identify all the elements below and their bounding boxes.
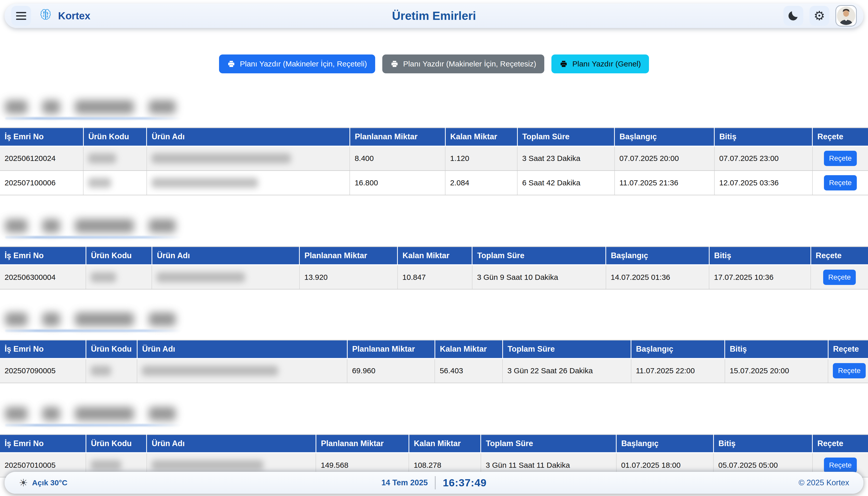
print-recetesiz-button[interactable]: Planı Yazdır (Makineler İçin, Reçetesiz)	[382, 55, 544, 73]
cell-urun-kodu-redacted	[83, 146, 147, 171]
cell-kalan-miktar: 1.120	[445, 146, 517, 171]
heading-underline	[5, 424, 181, 427]
col-is-emri-no: İş Emri No	[0, 128, 83, 146]
col-bitis: Bitiş	[709, 247, 811, 265]
recete-button[interactable]: Reçete	[823, 270, 856, 285]
redacted-text	[42, 100, 60, 114]
redacted-text	[152, 178, 258, 188]
cell-is-emri-no: 202507090005	[0, 358, 86, 383]
machine-name-redacted	[5, 218, 868, 238]
redacted-text	[149, 312, 176, 326]
dark-mode-button[interactable]	[784, 6, 803, 26]
print-genel-label: Planı Yazdır (Genel)	[572, 60, 641, 68]
recete-button[interactable]: Reçete	[824, 458, 857, 473]
heading-underline	[5, 329, 181, 332]
cell-kalan-miktar: 10.847	[398, 265, 472, 289]
recete-button[interactable]: Reçete	[824, 175, 857, 190]
machine-name-redacted	[5, 311, 868, 332]
orders-table-2: İş Emri No Ürün Kodu Ürün Adı Planlanan …	[0, 246, 868, 290]
hamburger-icon	[16, 12, 26, 20]
col-toplam-sure: Toplam Süre	[517, 128, 615, 146]
redacted-text	[91, 272, 116, 282]
table-row: 202507100006 16.800 2.084 6 Saat 42 Daki…	[0, 171, 868, 195]
print-receteli-label: Planı Yazdır (Makineler İçin, Reçeteli)	[240, 60, 367, 68]
col-recete: Reçete	[828, 340, 868, 358]
col-bitis: Bitiş	[725, 340, 828, 358]
redacted-text	[157, 272, 245, 282]
cell-urun-adi-redacted	[147, 146, 350, 171]
col-baslangic: Başlangıç	[606, 247, 709, 265]
redacted-text	[42, 219, 60, 233]
menu-button[interactable]	[11, 6, 31, 26]
user-avatar[interactable]	[835, 5, 857, 27]
weather-text: Açık 30°C	[32, 478, 67, 487]
current-date: 14 Tem 2025	[381, 478, 428, 487]
col-urun-adi: Ürün Adı	[147, 128, 350, 146]
col-toplam-sure: Toplam Süre	[502, 340, 631, 358]
cell-baslangic: 11.07.2025 21:36	[615, 171, 714, 195]
heading-underline	[5, 117, 181, 120]
col-kalan-miktar: Kalan Miktar	[409, 434, 481, 453]
redacted-text	[75, 100, 134, 114]
redacted-text	[5, 312, 28, 326]
cell-bitis: 07.07.2025 23:00	[714, 146, 812, 171]
settings-button[interactable]: ⚙	[809, 6, 829, 26]
col-bitis: Bitiş	[714, 128, 812, 146]
cell-toplam-sure: 3 Saat 23 Dakika	[517, 146, 615, 171]
cell-bitis: 12.07.2025 03:36	[714, 171, 812, 195]
col-kalan-miktar: Kalan Miktar	[398, 247, 472, 265]
col-baslangic: Başlangıç	[615, 128, 714, 146]
cell-toplam-sure: 3 Gün 22 Saat 26 Dakika	[502, 358, 631, 383]
col-toplam-sure: Toplam Süre	[481, 434, 616, 453]
heading-underline	[5, 236, 181, 238]
redacted-text	[5, 219, 28, 233]
cell-urun-kodu-redacted	[86, 358, 137, 383]
table-row: 202506300004 13.920 10.847 3 Gün 9 Saat …	[0, 265, 868, 289]
redacted-text	[5, 100, 28, 114]
col-is-emri-no: İş Emri No	[0, 340, 86, 358]
gear-icon: ⚙	[814, 10, 825, 22]
status-bar: ☀ Açık 30°C 14 Tem 2025 16:37:49 © 2025 …	[4, 472, 864, 494]
print-recetesiz-label: Planı Yazdır (Makineler İçin, Reçetesiz)	[403, 60, 536, 68]
cell-urun-adi-redacted	[147, 171, 350, 195]
page-title: Üretim Emirleri	[392, 9, 476, 23]
cell-baslangic: 11.07.2025 22:00	[631, 358, 725, 383]
cell-is-emri-no: 202506120024	[0, 146, 83, 171]
col-recete: Reçete	[812, 434, 868, 453]
print-genel-button[interactable]: Planı Yazdır (Genel)	[552, 55, 649, 73]
cell-planlanan-miktar: 13.920	[299, 265, 398, 289]
cell-urun-adi-redacted	[137, 358, 347, 383]
top-bar: Kortex Üretim Emirleri ⚙	[4, 3, 864, 28]
machine-section-4: İş Emri No Ürün Kodu Ürün Adı Planlanan …	[0, 406, 868, 478]
table-header-row: İş Emri No Ürün Kodu Ürün Adı Planlanan …	[0, 128, 868, 146]
moon-icon	[787, 10, 800, 22]
redacted-text	[149, 219, 176, 233]
redacted-text	[149, 100, 176, 114]
divider	[435, 476, 436, 490]
table-header-row: İş Emri No Ürün Kodu Ürün Adı Planlanan …	[0, 247, 868, 265]
col-urun-kodu: Ürün Kodu	[86, 247, 152, 265]
recete-button[interactable]: Reçete	[833, 363, 866, 378]
orders-table-4: İş Emri No Ürün Kodu Ürün Adı Planlanan …	[0, 434, 868, 478]
brain-logo-icon	[38, 7, 53, 24]
machine-name-redacted	[5, 99, 868, 120]
table-row: 202507090005 69.960 56.403 3 Gün 22 Saat…	[0, 358, 868, 383]
cell-toplam-sure: 6 Saat 42 Dakika	[517, 171, 615, 195]
recete-button[interactable]: Reçete	[824, 151, 857, 166]
weather-widget: ☀ Açık 30°C	[19, 478, 67, 488]
cell-is-emri-no: 202507100006	[0, 171, 83, 195]
cell-baslangic: 14.07.2025 01:36	[606, 265, 709, 289]
redacted-text	[88, 178, 111, 188]
clock: 16:37:49	[443, 477, 487, 489]
printer-icon	[227, 60, 235, 68]
brand-name: Kortex	[58, 10, 90, 22]
cell-is-emri-no: 202506300004	[0, 265, 86, 289]
cell-planlanan-miktar: 16.800	[350, 171, 445, 195]
redacted-text	[149, 407, 176, 421]
printer-icon	[560, 60, 568, 68]
sun-icon: ☀	[19, 478, 28, 488]
print-receteli-button[interactable]: Planı Yazdır (Makineler İçin, Reçeteli)	[219, 55, 375, 73]
col-urun-adi: Ürün Adı	[147, 434, 316, 453]
machine-section-3: İş Emri No Ürün Kodu Ürün Adı Planlanan …	[0, 311, 868, 383]
col-recete: Reçete	[811, 247, 868, 265]
